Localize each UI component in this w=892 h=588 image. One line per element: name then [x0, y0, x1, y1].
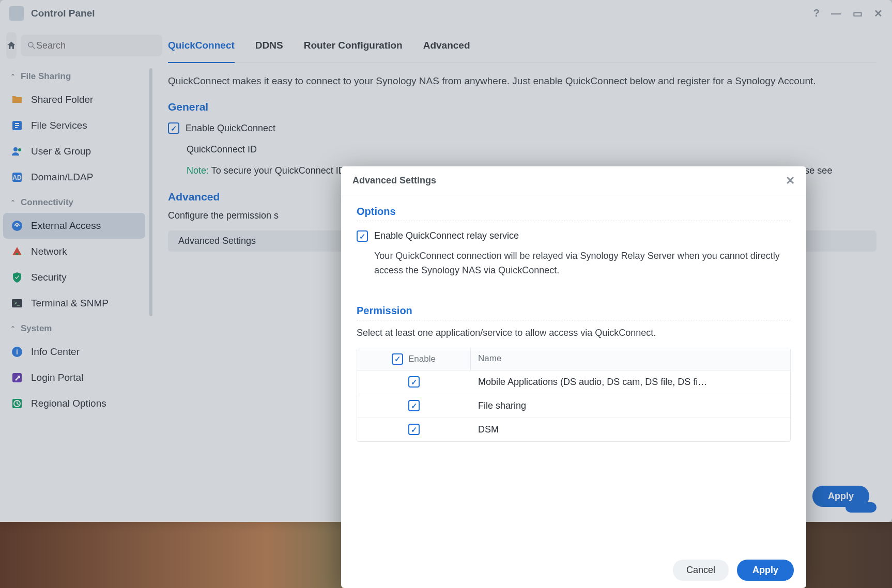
- col-enable-label: Enable: [408, 354, 436, 364]
- permission-description: Select at least one application/service …: [357, 328, 791, 338]
- cancel-button[interactable]: Cancel: [673, 560, 729, 581]
- enable-relay-label: Enable QuickConnect relay service: [374, 230, 519, 241]
- table-row: ✓ File sharing: [357, 394, 790, 418]
- table-row: ✓ Mobile Applications (DS audio, DS cam,…: [357, 370, 790, 394]
- relay-description: Your QuickConnect connection will be rel…: [374, 249, 791, 278]
- row-enable-checkbox[interactable]: ✓: [408, 376, 420, 388]
- table-row: ✓ DSM: [357, 418, 790, 441]
- table-header: ✓ Enable Name: [357, 348, 790, 370]
- col-name-label: Name: [471, 348, 790, 370]
- dialog-header: Advanced Settings ✕: [341, 166, 806, 195]
- dialog-close-icon[interactable]: ✕: [786, 174, 795, 188]
- advanced-settings-dialog: Advanced Settings ✕ Options ✓ Enable Qui…: [341, 166, 806, 588]
- enable-relay-checkbox[interactable]: ✓: [357, 230, 368, 242]
- dialog-apply-button[interactable]: Apply: [737, 560, 794, 581]
- row-name: File sharing: [471, 394, 790, 417]
- row-enable-checkbox[interactable]: ✓: [408, 424, 420, 435]
- row-name: DSM: [471, 418, 790, 441]
- permission-table: ✓ Enable Name ✓ Mobile Applications (DS …: [357, 348, 791, 442]
- row-enable-checkbox[interactable]: ✓: [408, 400, 420, 411]
- permission-section-title: Permission: [357, 305, 791, 320]
- row-name: Mobile Applications (DS audio, DS cam, D…: [471, 370, 790, 394]
- options-section-title: Options: [357, 206, 791, 221]
- dialog-footer: Cancel Apply: [341, 552, 806, 588]
- enable-all-checkbox[interactable]: ✓: [392, 353, 403, 365]
- dialog-title: Advanced Settings: [352, 175, 436, 186]
